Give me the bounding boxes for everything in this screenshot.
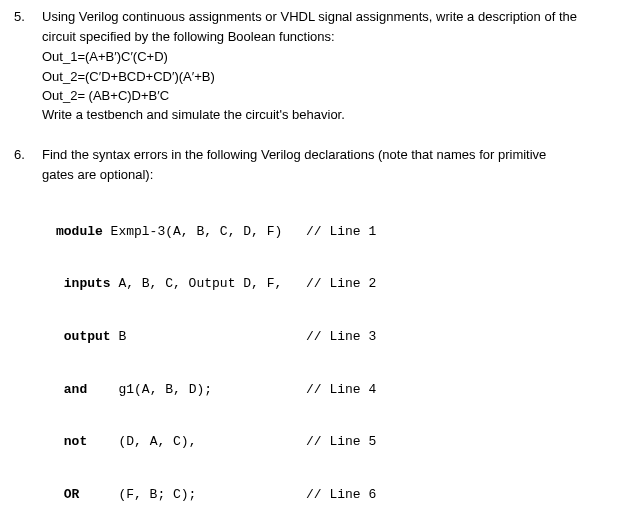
code-rest: (D, A, C),: [87, 434, 196, 449]
question-6: 6. Find the syntax errors in the followi…: [14, 146, 627, 518]
q5-out3: Out_2= (AB+C)D+B′C: [42, 87, 627, 105]
code-rest: g1(A, B, D);: [87, 382, 212, 397]
question-body: Find the syntax errors in the following …: [42, 146, 627, 518]
code-keyword: module: [56, 224, 103, 239]
code-row: OR (F, B; C);// Line 6: [56, 486, 627, 504]
question-number: 5.: [14, 8, 42, 126]
code-comment: // Line 3: [306, 328, 376, 346]
code-row: and g1(A, B, D);// Line 4: [56, 381, 627, 399]
code-rest: Exmpl-3(A, B, C, D, F): [103, 224, 282, 239]
code-keyword: OR: [56, 487, 79, 502]
code-row: module Exmpl-3(A, B, C, D, F)// Line 1: [56, 223, 627, 241]
code-comment: // Line 1: [306, 223, 376, 241]
code-rest: B: [111, 329, 127, 344]
q5-line1: Using Verilog continuous assignments or …: [42, 8, 627, 26]
q6-code-block: module Exmpl-3(A, B, C, D, F)// Line 1 i…: [42, 188, 627, 519]
code-keyword: and: [56, 382, 87, 397]
code-comment: // Line 2: [306, 275, 376, 293]
code-comment: // Line 5: [306, 433, 376, 451]
question-number: 6.: [14, 146, 42, 518]
question-5: 5. Using Verilog continuous assignments …: [14, 8, 627, 126]
q5-line3: Write a testbench and simulate the circu…: [42, 106, 627, 124]
code-keyword: not: [56, 434, 87, 449]
code-row: not (D, A, C),// Line 5: [56, 433, 627, 451]
code-keyword: inputs: [56, 276, 111, 291]
q5-line2: circuit specified by the following Boole…: [42, 28, 627, 46]
code-rest: (F, B; C);: [79, 487, 196, 502]
code-rest: A, B, C, Output D, F,: [111, 276, 283, 291]
code-keyword: output: [56, 329, 111, 344]
code-row: inputs A, B, C, Output D, F,// Line 2: [56, 275, 627, 293]
q5-out2: Out_2=(C′D+BCD+CD′)(A′+B): [42, 68, 627, 86]
code-comment: // Line 6: [306, 486, 376, 504]
code-comment: // Line 4: [306, 381, 376, 399]
q5-out1: Out_1=(A+B′)C′(C+D): [42, 48, 627, 66]
question-body: Using Verilog continuous assignments or …: [42, 8, 627, 126]
q6-line2: gates are optional):: [42, 166, 627, 184]
code-row: output B// Line 3: [56, 328, 627, 346]
q6-line1: Find the syntax errors in the following …: [42, 146, 627, 164]
